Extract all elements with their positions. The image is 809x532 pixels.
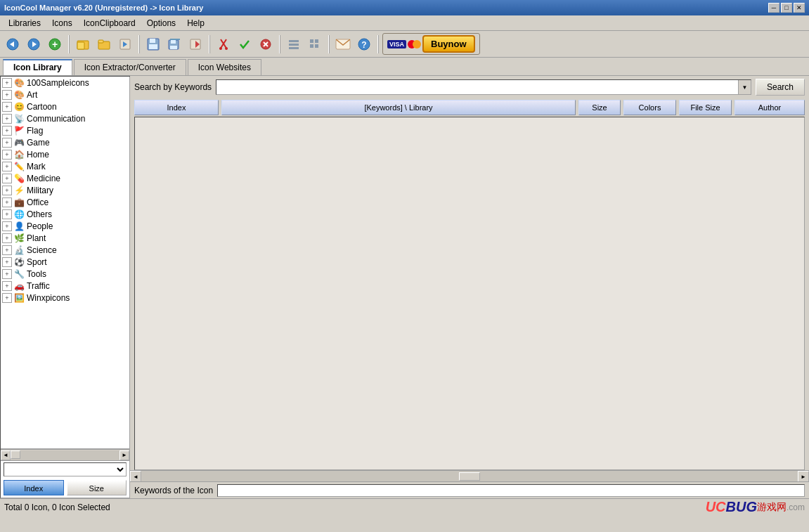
menu-icons[interactable]: Icons bbox=[46, 17, 78, 30]
check-button[interactable] bbox=[235, 34, 254, 54]
expand-icon[interactable]: + bbox=[2, 114, 12, 124]
help-button[interactable]: ? bbox=[354, 34, 374, 54]
tree-icon-home: 🏠 bbox=[13, 149, 25, 160]
sidebar-item-traffic[interactable]: +🚗Traffic bbox=[1, 280, 129, 292]
expand-icon[interactable]: + bbox=[2, 233, 12, 243]
tree-label-plant: Plant bbox=[27, 233, 46, 243]
sidebar-item-100sampleicons[interactable]: +🎨100Sampleicons bbox=[1, 77, 129, 89]
sidebar-item-flag[interactable]: +🚩Flag bbox=[1, 124, 129, 136]
col-colors[interactable]: Colors bbox=[623, 100, 676, 115]
keywords-input[interactable] bbox=[217, 484, 805, 497]
cut-button[interactable] bbox=[214, 34, 233, 54]
tree-label-communication: Communication bbox=[27, 114, 85, 124]
tree-label-flag: Flag bbox=[27, 126, 43, 136]
open-button[interactable] bbox=[73, 34, 93, 54]
keywords-bar: Keywords of the Icon bbox=[130, 481, 809, 498]
right-hscroll-thumb[interactable] bbox=[459, 472, 480, 481]
hscroll-left-btn[interactable]: ◄ bbox=[1, 450, 11, 460]
menu-help[interactable]: Help bbox=[181, 17, 210, 30]
sidebar-item-office[interactable]: +💼Office bbox=[1, 196, 129, 208]
export-button[interactable] bbox=[186, 34, 205, 54]
search-input[interactable] bbox=[216, 80, 738, 94]
right-hscroll-right[interactable]: ► bbox=[798, 471, 809, 482]
tree-label-winxpicons: Winxpicons bbox=[27, 293, 70, 303]
expand-icon[interactable]: + bbox=[2, 293, 12, 303]
expand-icon[interactable]: + bbox=[2, 78, 12, 88]
forward-button[interactable] bbox=[24, 34, 44, 54]
col-library[interactable]: [Keywords] \ Library bbox=[221, 100, 576, 115]
sidebar-item-art[interactable]: +🎨Art bbox=[1, 89, 129, 100]
sidebar-item-home[interactable]: +🏠Home bbox=[1, 148, 129, 160]
mastercard-icon bbox=[408, 40, 421, 48]
col-filesize[interactable]: File Size bbox=[679, 100, 732, 115]
right-hscroll-left[interactable]: ◄ bbox=[130, 471, 141, 482]
expand-icon[interactable]: + bbox=[2, 174, 12, 183]
expand-icon[interactable]: + bbox=[2, 138, 12, 148]
expand-icon[interactable]: + bbox=[2, 150, 12, 160]
expand-icon[interactable]: + bbox=[2, 209, 12, 219]
sidebar-item-tools[interactable]: +🔧Tools bbox=[1, 268, 129, 280]
sidebar-item-communication[interactable]: +📡Communication bbox=[1, 112, 129, 124]
right-hscroll-track[interactable] bbox=[141, 471, 798, 482]
separator-3 bbox=[209, 35, 210, 53]
expand-icon[interactable]: + bbox=[2, 245, 12, 255]
tab-icon-websites[interactable]: Icon Websites bbox=[188, 59, 261, 75]
tab-icon-extractor[interactable]: Icon Extractor/Converter bbox=[74, 59, 186, 75]
tree-icon-winxpicons: 🖼️ bbox=[13, 292, 25, 304]
size-button[interactable]: Size bbox=[67, 480, 127, 495]
expand-icon[interactable]: + bbox=[2, 126, 12, 136]
expand-icon[interactable]: + bbox=[2, 102, 12, 112]
sidebar-item-game[interactable]: +🎮Game bbox=[1, 136, 129, 148]
hscroll-right-btn[interactable]: ► bbox=[119, 450, 129, 460]
folder-button[interactable] bbox=[94, 34, 114, 54]
expand-icon[interactable]: + bbox=[2, 197, 12, 207]
grid-view-button[interactable] bbox=[305, 34, 325, 54]
sidebar-item-mark[interactable]: +✏️Mark bbox=[1, 160, 129, 172]
sidebar-item-others[interactable]: +🌐Others bbox=[1, 208, 129, 220]
status-bar: Total 0 Icon, 0 Icon Selected UCBUG游戏网.c… bbox=[0, 498, 809, 515]
col-index[interactable]: Index bbox=[134, 100, 219, 115]
sidebar-item-science[interactable]: +🔬Science bbox=[1, 244, 129, 256]
maximize-btn[interactable]: □ bbox=[781, 3, 792, 13]
close-btn[interactable]: ✕ bbox=[794, 3, 805, 13]
tab-icon-library[interactable]: Icon Library bbox=[3, 59, 72, 75]
sidebar-item-people[interactable]: +👤People bbox=[1, 220, 129, 232]
sidebar-item-military[interactable]: +⚡Military bbox=[1, 184, 129, 196]
add-button[interactable]: + bbox=[45, 34, 65, 54]
svg-rect-18 bbox=[170, 39, 180, 40]
sidebar-item-cartoon[interactable]: +😊Cartoon bbox=[1, 100, 129, 112]
sidebar-item-medicine[interactable]: +💊Medicine bbox=[1, 172, 129, 184]
sidebar-item-plant[interactable]: +🌿Plant bbox=[1, 232, 129, 244]
index-button[interactable]: Index bbox=[4, 480, 64, 495]
hscroll-track[interactable] bbox=[11, 450, 119, 460]
tree-icon-art: 🎨 bbox=[13, 89, 25, 100]
expand-icon[interactable]: + bbox=[2, 221, 12, 231]
svg-rect-30 bbox=[289, 47, 299, 49]
search-dropdown-arrow[interactable]: ▼ bbox=[738, 80, 751, 94]
cancel-button[interactable] bbox=[256, 34, 276, 54]
sidebar-item-sport[interactable]: +⚽Sport bbox=[1, 256, 129, 268]
import-button[interactable] bbox=[115, 34, 135, 54]
search-button[interactable]: Search bbox=[756, 79, 805, 96]
email-button[interactable] bbox=[333, 34, 353, 54]
expand-icon[interactable]: + bbox=[2, 186, 12, 195]
back-button[interactable] bbox=[3, 34, 22, 54]
col-size[interactable]: Size bbox=[578, 100, 621, 115]
expand-icon[interactable]: + bbox=[2, 257, 12, 267]
saveall-button[interactable] bbox=[164, 34, 184, 54]
minimize-btn[interactable]: ─ bbox=[768, 3, 779, 13]
svg-point-23 bbox=[219, 47, 222, 50]
sidebar-item-winxpicons[interactable]: +🖼️Winxpicons bbox=[1, 292, 129, 304]
menu-iconclipboard[interactable]: IconClipboard bbox=[78, 17, 141, 30]
save-button[interactable] bbox=[143, 34, 163, 54]
buynow-button[interactable]: Buynow bbox=[422, 35, 475, 53]
menu-libraries[interactable]: Libraries bbox=[3, 17, 46, 30]
expand-icon[interactable]: + bbox=[2, 281, 12, 291]
expand-icon[interactable]: + bbox=[2, 162, 12, 171]
list-view-button[interactable] bbox=[284, 34, 304, 54]
library-dropdown[interactable] bbox=[4, 462, 127, 476]
col-author[interactable]: Author bbox=[734, 100, 805, 115]
expand-icon[interactable]: + bbox=[2, 269, 12, 279]
expand-icon[interactable]: + bbox=[2, 90, 12, 100]
menu-options[interactable]: Options bbox=[141, 17, 181, 30]
